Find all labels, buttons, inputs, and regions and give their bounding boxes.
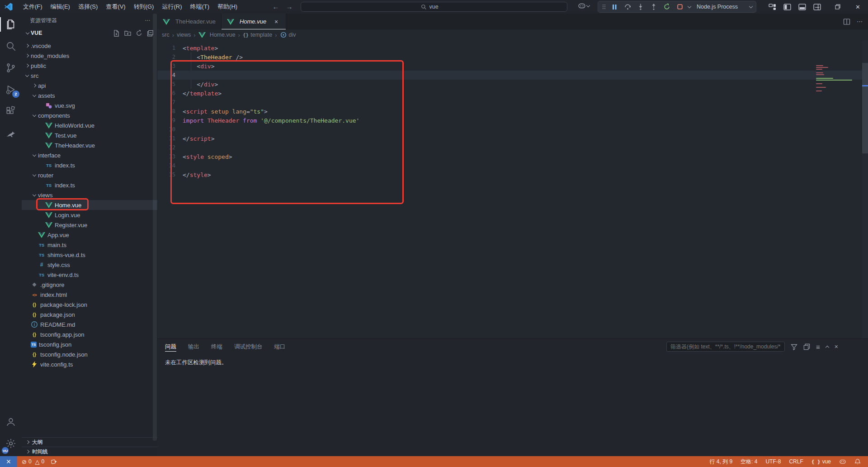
panel-tab-4[interactable]: 端口 — [274, 339, 286, 354]
outline-section[interactable]: 大纲 — [22, 437, 157, 447]
tree-item-Login.vue[interactable]: Login.vue — [22, 210, 157, 220]
status-item-CRLF[interactable]: CRLF — [786, 456, 806, 467]
tree-item-index.ts[interactable]: TSindex.ts — [22, 180, 157, 190]
tree-item-package.json[interactable]: {}package.json — [22, 310, 157, 319]
editor-more-actions-icon[interactable]: ⋯ — [857, 18, 863, 25]
code-line-5[interactable]: 5 </div> — [157, 80, 868, 89]
tree-item-public[interactable]: public — [22, 61, 157, 71]
project-section-header[interactable]: VUE — [22, 27, 157, 39]
restart-button[interactable] — [662, 2, 672, 12]
tree-item-src[interactable]: src — [22, 71, 157, 81]
search-activity-button[interactable] — [0, 35, 22, 57]
minimize-button[interactable]: ─ — [807, 0, 827, 14]
code-line-7[interactable]: 7 — [157, 98, 868, 107]
editor-tab-TheHeader.vue[interactable]: TheHeader.vue — [157, 14, 222, 29]
view-as-list-icon[interactable]: ≡ — [816, 343, 820, 351]
customize-layout-icon[interactable] — [769, 3, 776, 11]
restore-button[interactable] — [827, 0, 848, 14]
kangaroo-extension-button[interactable] — [0, 122, 22, 144]
copilot-button[interactable] — [578, 2, 590, 10]
navigate-back-icon[interactable]: ← — [270, 1, 281, 12]
command-center-search[interactable] — [301, 2, 567, 12]
tree-item-views[interactable]: views — [22, 190, 157, 200]
code-line-3[interactable]: 3 <div> — [157, 62, 868, 71]
stop-options-chevron-icon[interactable] — [688, 4, 691, 8]
tree-item-README.md[interactable]: README.md — [22, 319, 157, 329]
panel-tab-0[interactable]: 问题 — [165, 339, 176, 354]
menu-4[interactable]: 转到(G) — [130, 2, 158, 12]
extensions-activity-button[interactable] — [0, 100, 22, 122]
menu-1[interactable]: 编辑(E) — [47, 2, 74, 12]
menu-2[interactable]: 选择(S) — [74, 2, 102, 12]
breadcrumb-item-views[interactable]: views — [177, 32, 191, 38]
tree-item-TheHeader.vue[interactable]: TheHeader.vue — [22, 140, 157, 150]
panel-tab-2[interactable]: 终端 — [211, 339, 222, 354]
accounts-button[interactable] — [0, 411, 22, 433]
code-line-8[interactable]: 8<script setup lang="ts"> — [157, 107, 868, 116]
code-line-1[interactable]: 1<template> — [157, 43, 868, 52]
close-window-button[interactable]: ✕ — [848, 0, 868, 14]
tree-item-.vscode[interactable]: .vscode — [22, 41, 157, 51]
code-line-11[interactable]: 11</script> — [157, 134, 868, 143]
menu-3[interactable]: 查看(V) — [102, 2, 129, 12]
tree-item-Test.vue[interactable]: Test.vue — [22, 130, 157, 140]
problems-status[interactable]: ⊘ 0 △ 0 — [19, 456, 47, 467]
stop-button[interactable] — [675, 2, 685, 12]
status-item-UTF8[interactable]: UTF-8 — [763, 456, 783, 467]
minimap[interactable] — [816, 65, 857, 92]
tree-item-package-lock.json[interactable]: {}package-lock.json — [22, 300, 157, 310]
tree-item-vite-env.d.ts[interactable]: TSvite-env.d.ts — [22, 270, 157, 280]
menu-5[interactable]: 运行(R) — [158, 2, 186, 12]
code-line-10[interactable]: 10 — [157, 125, 868, 134]
menu-7[interactable]: 帮助(H) — [213, 2, 241, 12]
search-input[interactable] — [429, 4, 448, 10]
status-item-4[interactable]: 空格: 4 — [738, 456, 760, 467]
status-item-49[interactable]: 行 4, 列 9 — [707, 456, 735, 467]
step-over-button[interactable] — [623, 2, 632, 12]
pause-button[interactable] — [609, 2, 619, 12]
panel-tab-1[interactable]: 输出 — [188, 339, 199, 354]
filter-icon[interactable] — [791, 343, 797, 350]
run-debug-activity-button[interactable]: 2 — [0, 79, 22, 100]
tree-item-vite.config.ts[interactable]: vite.config.ts — [22, 359, 157, 369]
source-control-activity-button[interactable] — [0, 57, 22, 79]
code-line-12[interactable]: 12 — [157, 143, 868, 152]
tree-item-index.html[interactable]: <>index.html — [22, 290, 157, 300]
code-line-6[interactable]: 6</template> — [157, 89, 868, 98]
editor-scrollbar[interactable] — [862, 40, 868, 354]
tree-item-tsconfig.node.json[interactable]: {}tsconfig.node.json — [22, 349, 157, 359]
breadcrumb-item-div[interactable]: div — [280, 31, 296, 38]
code-line-4[interactable]: 4 — [157, 71, 868, 80]
tree-item-router[interactable]: router — [22, 170, 157, 180]
breadcrumb-item-src[interactable]: src — [162, 32, 170, 38]
explorer-more-actions-icon[interactable]: ⋯ — [145, 17, 151, 24]
tree-item-HelloWorld.vue[interactable]: HelloWorld.vue — [22, 120, 157, 130]
tree-item-.gitignore[interactable]: .gitignore — [22, 280, 157, 290]
refresh-icon[interactable] — [136, 30, 142, 37]
problems-filter-input[interactable] — [666, 342, 785, 352]
split-editor-icon[interactable] — [843, 18, 850, 25]
toggle-panel-icon[interactable] — [798, 3, 806, 11]
tree-item-assets[interactable]: assets — [22, 91, 157, 100]
settings-button[interactable]: VU — [0, 433, 22, 454]
debug-session-picker[interactable]: Node.js Process — [697, 4, 752, 10]
sidebar-scrollbar[interactable] — [153, 14, 157, 441]
tree-item-main.ts[interactable]: TSmain.ts — [22, 240, 157, 250]
editor-tab-Home.vue[interactable]: Home.vue× — [222, 14, 286, 29]
scrollbar-thumb[interactable] — [862, 63, 868, 153]
tree-item-shims-vue.d.ts[interactable]: TSshims-vue.d.ts — [22, 250, 157, 260]
drag-grip-icon[interactable] — [602, 3, 606, 10]
breadcrumb-item-Home.vue[interactable]: Home.vue — [198, 31, 236, 38]
explorer-activity-button[interactable] — [0, 14, 22, 35]
code-line-13[interactable]: 13<style scoped> — [157, 152, 868, 161]
menu-0[interactable]: 文件(F) — [19, 2, 47, 12]
toggle-primary-sidebar-icon[interactable] — [783, 3, 791, 11]
navigate-forward-icon[interactable]: → — [284, 1, 295, 12]
close-tab-icon[interactable]: × — [272, 18, 280, 25]
code-line-9[interactable]: 9import TheHeader from '@/components/The… — [157, 116, 868, 125]
code-line-15[interactable]: 15</style> — [157, 170, 868, 179]
copilot-status[interactable] — [836, 456, 849, 467]
notifications-bell[interactable] — [852, 456, 863, 467]
tree-item-interface[interactable]: interface — [22, 150, 157, 160]
maximize-panel-icon[interactable] — [826, 345, 829, 349]
